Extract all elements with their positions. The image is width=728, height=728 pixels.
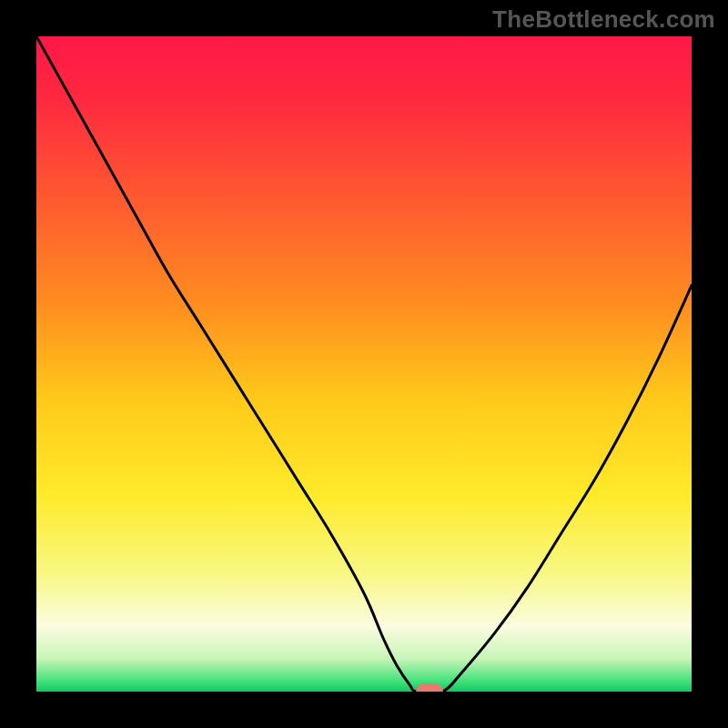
optimum-marker xyxy=(417,683,443,692)
watermark-text: TheBottleneck.com xyxy=(492,5,715,34)
plot-area xyxy=(36,36,692,692)
plot-svg xyxy=(36,36,692,692)
chart-frame: TheBottleneck.com xyxy=(0,0,728,728)
